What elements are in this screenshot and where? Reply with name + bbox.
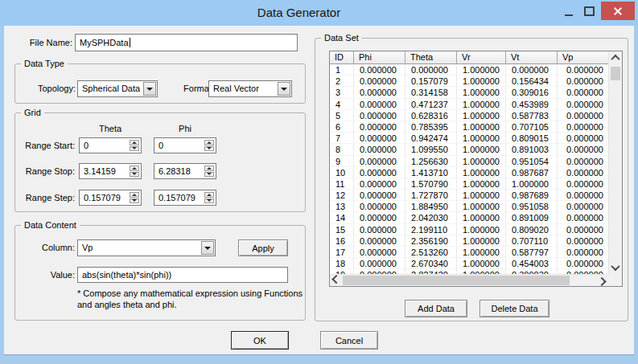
table-cell: 1.727870 xyxy=(405,190,457,201)
table-row[interactable]: 180.0000002.6703401.0000000.4540030.0000… xyxy=(330,258,608,269)
range-start-theta-input[interactable]: 0 xyxy=(79,137,142,153)
table-cell: 0.000000 xyxy=(558,76,608,87)
data-set-table: IDPhiThetaVrVtVp 10.0000000.0000001.0000… xyxy=(329,51,623,287)
table-cell: 0.000000 xyxy=(558,201,608,212)
scroll-right-button[interactable] xyxy=(595,275,608,286)
horizontal-scrollbar-thumb[interactable] xyxy=(343,276,570,285)
table-row[interactable]: 10.0000000.0000001.0000000.0000000.00000… xyxy=(330,64,608,76)
scroll-left-button[interactable] xyxy=(330,275,343,286)
table-row[interactable]: 90.0000001.2566301.0000000.9510540.00000… xyxy=(330,156,608,167)
column-dropdown-button[interactable] xyxy=(201,241,214,255)
table-row[interactable]: 50.0000000.6283161.0000000.5877830.00000… xyxy=(330,110,608,121)
table-row[interactable]: 120.0000001.7278701.0000000.9876890.0000… xyxy=(330,190,608,201)
value-input[interactable]: abs(sin(theta)*sin(phi)) xyxy=(77,267,288,283)
table-row[interactable]: 20.0000000.1570791.0000000.1564340.00000… xyxy=(330,76,608,87)
table-cell: 0.587797 xyxy=(506,247,558,258)
column-header-phi[interactable]: Phi xyxy=(354,51,405,64)
format-dropdown-button[interactable] xyxy=(278,82,290,96)
range-step-theta-input[interactable]: 0.157079 xyxy=(79,190,142,206)
vertical-scrollbar[interactable] xyxy=(608,51,622,274)
spin-up-button[interactable] xyxy=(130,192,139,198)
range-start-phi-input[interactable]: 0 xyxy=(154,137,216,153)
table-row[interactable]: 40.0000000.4712371.0000000.4539890.00000… xyxy=(330,99,608,110)
table-row[interactable]: 70.0000000.9424741.0000000.8090150.00000… xyxy=(330,133,608,144)
scroll-up-button[interactable] xyxy=(609,51,622,64)
dialog-body: File Name: MySPHData Data Type Topology:… xyxy=(4,26,634,355)
table-row[interactable]: 150.0000002.1991101.0000000.8090200.0000… xyxy=(330,224,608,235)
close-button[interactable] xyxy=(601,2,635,20)
column-select[interactable]: Vp xyxy=(77,239,216,256)
table-cell: 0.951054 xyxy=(506,156,558,167)
table-cell: 0.000000 xyxy=(558,247,608,258)
topology-dropdown-button[interactable] xyxy=(143,82,156,96)
spin-down-button[interactable] xyxy=(204,172,214,178)
spin-down-button[interactable] xyxy=(130,198,139,204)
format-value: Real Vector xyxy=(213,81,259,96)
table-row[interactable]: 160.0000002.3561901.0000000.7071100.0000… xyxy=(330,235,608,247)
table-cell: 0.000000 xyxy=(354,247,405,258)
format-select[interactable]: Real Vector xyxy=(208,80,292,97)
table-cell: 0.156434 xyxy=(506,76,558,87)
range-step-phi-input[interactable]: 0.157079 xyxy=(154,190,216,206)
spin-down-button[interactable] xyxy=(130,146,139,152)
table-cell: 0.951058 xyxy=(506,201,558,212)
column-header-theta[interactable]: Theta xyxy=(405,51,457,64)
cancel-button[interactable]: Cancel xyxy=(320,331,378,350)
spin-down-button[interactable] xyxy=(204,198,214,204)
maximize-button[interactable] xyxy=(579,2,599,20)
table-row[interactable]: 140.0000002.0420301.0000000.8910090.0000… xyxy=(330,212,608,223)
table-cell: 1.000000 xyxy=(457,178,506,190)
table-row[interactable]: 110.0000001.5707901.0000001.0000000.0000… xyxy=(330,178,608,190)
scroll-down-button[interactable] xyxy=(609,261,622,274)
table-row[interactable]: 80.0000001.0995501.0000000.8910030.00000… xyxy=(330,144,608,155)
table-row[interactable]: 60.0000000.7853951.0000000.7071050.00000… xyxy=(330,121,608,133)
file-name-input[interactable]: MySPHData xyxy=(75,34,298,51)
table-cell: 13 xyxy=(330,201,354,212)
spin-down-button[interactable] xyxy=(130,172,139,178)
table-body: 10.0000000.0000001.0000000.0000000.00000… xyxy=(330,64,608,274)
add-data-button[interactable]: Add Data xyxy=(405,300,467,317)
table-cell: 2.670340 xyxy=(405,258,457,269)
minimize-button[interactable] xyxy=(559,2,578,20)
range-start-theta-value: 0 xyxy=(84,138,88,153)
value-text: abs(sin(theta)*sin(phi)) xyxy=(82,270,171,280)
column-header-vr[interactable]: Vr xyxy=(457,51,506,64)
table-cell: 7 xyxy=(330,133,354,144)
spin-down-button[interactable] xyxy=(204,146,214,152)
table-row[interactable]: 100.0000001.4137101.0000000.9876870.0000… xyxy=(330,167,608,178)
table-row[interactable]: 130.0000001.8849501.0000000.9510580.0000… xyxy=(330,201,608,212)
range-step-label: Range Step: xyxy=(17,190,75,206)
vertical-scrollbar-thumb[interactable] xyxy=(611,67,620,80)
table-cell: 12 xyxy=(330,190,354,201)
spin-up-button[interactable] xyxy=(204,192,214,198)
topology-select[interactable]: Spherical Data xyxy=(77,80,158,97)
ok-button[interactable]: OK xyxy=(231,331,289,350)
arrow-down-icon xyxy=(207,199,212,202)
table-cell: 0.891009 xyxy=(506,212,558,223)
column-value: Vp xyxy=(82,240,93,256)
spin-up-button[interactable] xyxy=(204,166,214,171)
column-header-vp[interactable]: Vp xyxy=(558,51,608,64)
horizontal-scrollbar[interactable] xyxy=(330,274,608,286)
table-cell: 2.199110 xyxy=(405,224,457,235)
table-cell: 0.987689 xyxy=(506,190,558,201)
spin-up-button[interactable] xyxy=(204,140,214,145)
apply-button[interactable]: Apply xyxy=(238,239,288,256)
topology-value: Spherical Data xyxy=(82,81,140,96)
scrollbar-corner xyxy=(608,274,622,286)
spin-up-button[interactable] xyxy=(130,140,139,145)
delete-data-button[interactable]: Delete Data xyxy=(480,300,550,317)
data-set-group: Data Set IDPhiThetaVrVtVp 10.0000000.000… xyxy=(315,38,628,321)
spin-up-button[interactable] xyxy=(130,166,139,171)
range-stop-phi-input[interactable]: 6.28318 xyxy=(154,163,216,179)
table-cell: 0.157079 xyxy=(405,76,457,87)
chevron-down-icon xyxy=(281,88,287,91)
table-row[interactable]: 170.0000002.5132601.0000000.5877970.0000… xyxy=(330,247,608,258)
column-header-id[interactable]: ID xyxy=(330,51,354,64)
table-row[interactable]: 30.0000000.3141581.0000000.3090160.00000… xyxy=(330,87,608,98)
table-cell: 1.000000 xyxy=(506,178,558,190)
table-cell: 0.809020 xyxy=(506,224,558,235)
column-header-vt[interactable]: Vt xyxy=(506,51,558,64)
range-stop-theta-input[interactable]: 3.14159 xyxy=(79,163,142,179)
table-cell: 0.471237 xyxy=(405,99,457,110)
